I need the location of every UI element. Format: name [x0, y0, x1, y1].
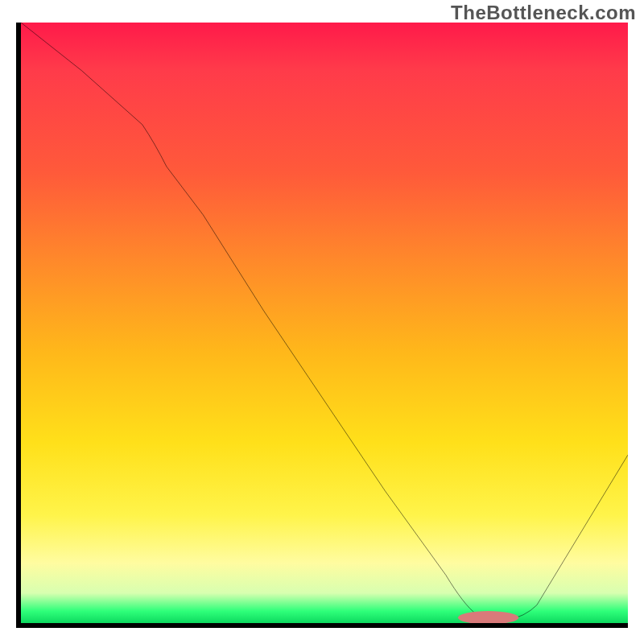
chart-frame: TheBottleneck.com [0, 0, 644, 644]
bottleneck-curve [21, 23, 628, 620]
watermark-text: TheBottleneck.com [451, 2, 636, 24]
plot-area [16, 23, 628, 628]
optimal-range-marker [458, 611, 518, 624]
curve-layer [21, 23, 628, 623]
